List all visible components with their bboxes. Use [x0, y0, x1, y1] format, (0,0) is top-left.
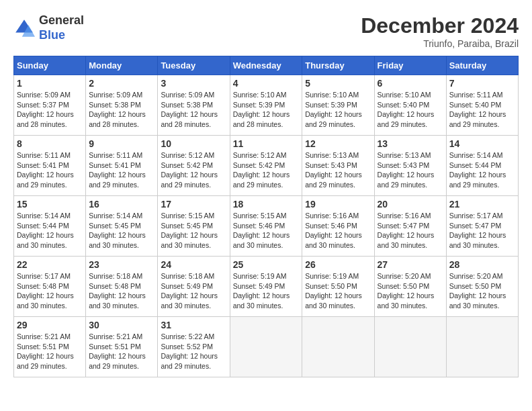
day-info: Sunrise: 5:21 AMSunset: 5:51 PMDaylight:… [89, 332, 154, 371]
calendar-day-cell [302, 317, 374, 377]
day-number: 30 [89, 320, 154, 330]
day-number: 12 [305, 138, 371, 149]
day-info: Sunrise: 5:09 AMSunset: 5:38 PMDaylight:… [161, 90, 226, 130]
day-number: 31 [161, 320, 226, 330]
day-info: Sunrise: 5:11 AMSunset: 5:41 PMDaylight:… [17, 150, 83, 190]
day-info: Sunrise: 5:09 AMSunset: 5:38 PMDaylight:… [89, 90, 154, 130]
day-info: Sunrise: 5:17 AMSunset: 5:48 PMDaylight:… [17, 271, 83, 311]
weekday-header: Wednesday [230, 56, 302, 75]
day-number: 9 [89, 138, 154, 149]
calendar-day-cell: 18Sunrise: 5:15 AMSunset: 5:46 PMDayligh… [230, 196, 302, 257]
calendar-day-cell: 1Sunrise: 5:09 AMSunset: 5:37 PMDaylight… [14, 75, 86, 136]
calendar-day-cell: 25Sunrise: 5:19 AMSunset: 5:49 PMDayligh… [230, 257, 302, 317]
calendar-day-cell: 20Sunrise: 5:16 AMSunset: 5:47 PMDayligh… [374, 196, 446, 257]
weekday-header: Monday [86, 56, 158, 75]
calendar-day-cell: 9Sunrise: 5:11 AMSunset: 5:41 PMDaylight… [86, 136, 158, 196]
day-number: 27 [378, 259, 443, 270]
logo: General Blue [13, 13, 84, 42]
calendar-day-cell: 6Sunrise: 5:10 AMSunset: 5:40 PMDaylight… [374, 75, 446, 136]
calendar-day-cell: 10Sunrise: 5:12 AMSunset: 5:42 PMDayligh… [158, 136, 230, 196]
day-number: 2 [89, 78, 154, 89]
calendar-day-cell [230, 317, 302, 377]
day-info: Sunrise: 5:15 AMSunset: 5:45 PMDaylight:… [161, 211, 226, 250]
day-info: Sunrise: 5:11 AMSunset: 5:41 PMDaylight:… [89, 150, 154, 190]
month-title: December 2024 [361, 13, 519, 38]
day-info: Sunrise: 5:13 AMSunset: 5:43 PMDaylight:… [378, 150, 443, 190]
day-number: 20 [378, 199, 443, 210]
calendar-day-cell: 3Sunrise: 5:09 AMSunset: 5:38 PMDaylight… [158, 75, 230, 136]
day-number: 29 [17, 320, 83, 330]
calendar-day-cell: 5Sunrise: 5:10 AMSunset: 5:39 PMDaylight… [302, 75, 374, 136]
day-info: Sunrise: 5:14 AMSunset: 5:44 PMDaylight:… [17, 211, 83, 250]
calendar-week-row: 1Sunrise: 5:09 AMSunset: 5:37 PMDaylight… [14, 75, 519, 136]
day-info: Sunrise: 5:10 AMSunset: 5:40 PMDaylight:… [378, 90, 443, 130]
day-number: 24 [161, 259, 226, 270]
calendar-day-cell: 13Sunrise: 5:13 AMSunset: 5:43 PMDayligh… [374, 136, 446, 196]
day-info: Sunrise: 5:20 AMSunset: 5:50 PMDaylight:… [378, 271, 443, 311]
day-number: 6 [378, 78, 443, 89]
calendar-week-row: 22Sunrise: 5:17 AMSunset: 5:48 PMDayligh… [14, 257, 519, 317]
logo-icon [13, 17, 35, 39]
day-number: 25 [233, 259, 300, 270]
day-number: 26 [305, 259, 371, 270]
calendar-day-cell: 27Sunrise: 5:20 AMSunset: 5:50 PMDayligh… [374, 257, 446, 317]
day-number: 28 [449, 259, 515, 270]
day-info: Sunrise: 5:18 AMSunset: 5:48 PMDaylight:… [89, 271, 154, 311]
day-number: 10 [161, 138, 226, 149]
day-number: 18 [233, 199, 300, 210]
calendar-day-cell: 15Sunrise: 5:14 AMSunset: 5:44 PMDayligh… [14, 196, 86, 257]
calendar-week-row: 29Sunrise: 5:21 AMSunset: 5:51 PMDayligh… [14, 317, 519, 377]
day-number: 19 [305, 199, 371, 210]
day-info: Sunrise: 5:12 AMSunset: 5:42 PMDaylight:… [161, 150, 226, 190]
day-number: 5 [305, 78, 371, 89]
calendar-header-row: SundayMondayTuesdayWednesdayThursdayFrid… [14, 56, 519, 75]
day-number: 3 [161, 78, 226, 89]
calendar-day-cell: 4Sunrise: 5:10 AMSunset: 5:39 PMDaylight… [230, 75, 302, 136]
day-number: 1 [17, 78, 83, 89]
day-number: 22 [17, 259, 83, 270]
logo-blue: Blue [39, 28, 65, 42]
day-number: 8 [17, 138, 83, 149]
day-info: Sunrise: 5:21 AMSunset: 5:51 PMDaylight:… [17, 332, 83, 371]
page-header: General Blue December 2024 Triunfo, Para… [13, 13, 519, 49]
day-number: 13 [378, 138, 443, 149]
weekday-header: Tuesday [158, 56, 230, 75]
calendar-day-cell [374, 317, 446, 377]
calendar-day-cell: 19Sunrise: 5:16 AMSunset: 5:46 PMDayligh… [302, 196, 374, 257]
day-info: Sunrise: 5:09 AMSunset: 5:37 PMDaylight:… [17, 90, 83, 130]
day-info: Sunrise: 5:10 AMSunset: 5:39 PMDaylight:… [233, 90, 300, 130]
day-info: Sunrise: 5:10 AMSunset: 5:39 PMDaylight:… [305, 90, 371, 130]
day-number: 16 [89, 199, 154, 210]
day-number: 15 [17, 199, 83, 210]
calendar-day-cell: 12Sunrise: 5:13 AMSunset: 5:43 PMDayligh… [302, 136, 374, 196]
calendar-day-cell: 2Sunrise: 5:09 AMSunset: 5:38 PMDaylight… [86, 75, 158, 136]
day-number: 7 [449, 78, 515, 89]
day-number: 23 [89, 259, 154, 270]
logo-general: General [39, 13, 84, 27]
calendar-day-cell: 30Sunrise: 5:21 AMSunset: 5:51 PMDayligh… [86, 317, 158, 377]
day-number: 14 [449, 138, 515, 149]
calendar-day-cell: 28Sunrise: 5:20 AMSunset: 5:50 PMDayligh… [446, 257, 518, 317]
calendar-day-cell: 8Sunrise: 5:11 AMSunset: 5:41 PMDaylight… [14, 136, 86, 196]
calendar-day-cell: 21Sunrise: 5:17 AMSunset: 5:47 PMDayligh… [446, 196, 518, 257]
weekday-header: Friday [374, 56, 446, 75]
day-info: Sunrise: 5:16 AMSunset: 5:47 PMDaylight:… [378, 211, 443, 250]
calendar-day-cell: 16Sunrise: 5:14 AMSunset: 5:45 PMDayligh… [86, 196, 158, 257]
day-info: Sunrise: 5:17 AMSunset: 5:47 PMDaylight:… [449, 211, 515, 250]
day-number: 17 [161, 199, 226, 210]
day-info: Sunrise: 5:12 AMSunset: 5:42 PMDaylight:… [233, 150, 300, 190]
day-info: Sunrise: 5:16 AMSunset: 5:46 PMDaylight:… [305, 211, 371, 250]
day-number: 21 [449, 199, 515, 210]
day-info: Sunrise: 5:13 AMSunset: 5:43 PMDaylight:… [305, 150, 371, 190]
calendar-day-cell: 14Sunrise: 5:14 AMSunset: 5:44 PMDayligh… [446, 136, 518, 196]
logo-text: General Blue [39, 13, 84, 42]
calendar-day-cell: 7Sunrise: 5:11 AMSunset: 5:40 PMDaylight… [446, 75, 518, 136]
day-number: 4 [233, 78, 300, 89]
calendar-day-cell: 31Sunrise: 5:22 AMSunset: 5:52 PMDayligh… [158, 317, 230, 377]
calendar-day-cell: 26Sunrise: 5:19 AMSunset: 5:50 PMDayligh… [302, 257, 374, 317]
day-info: Sunrise: 5:14 AMSunset: 5:44 PMDaylight:… [449, 150, 515, 190]
day-info: Sunrise: 5:11 AMSunset: 5:40 PMDaylight:… [449, 90, 515, 130]
calendar-week-row: 15Sunrise: 5:14 AMSunset: 5:44 PMDayligh… [14, 196, 519, 257]
calendar-day-cell: 24Sunrise: 5:18 AMSunset: 5:49 PMDayligh… [158, 257, 230, 317]
calendar-day-cell: 17Sunrise: 5:15 AMSunset: 5:45 PMDayligh… [158, 196, 230, 257]
